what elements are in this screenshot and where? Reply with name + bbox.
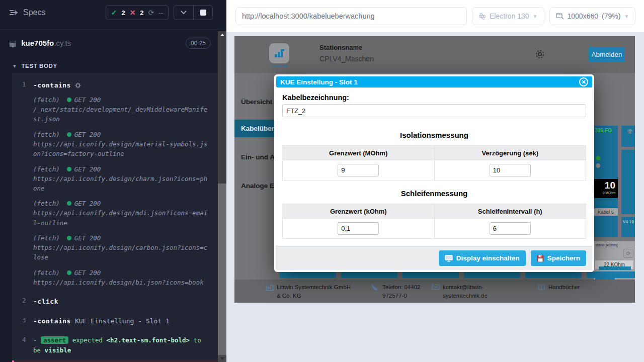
chevron-down-icon <box>181 11 187 15</box>
station-label: Stationsname <box>319 44 374 51</box>
command-name: -contains <box>33 317 71 325</box>
status-dot-icon <box>67 132 71 137</box>
assert-badge: assert <box>41 336 68 344</box>
sidebar-scrollbar[interactable] <box>218 31 226 362</box>
browser-chrome: Electron 130 ▼ 1000x660 (79%) ▼ <box>226 0 644 33</box>
close-icon: ✕ <box>581 79 586 85</box>
isolation-section-title: Isolationsmessung <box>282 131 586 139</box>
spec-name: kue705fo <box>21 39 54 47</box>
card-settings-button[interactable] <box>621 126 635 147</box>
close-button[interactable]: ✕ <box>579 77 588 86</box>
fetch-url: https://api.iconify.design/material-symb… <box>33 139 208 159</box>
device-card: 705-FO 10 0 MOhm Kabel 5 V4.19 <box>594 126 635 283</box>
refresh-button[interactable]: ⟳ <box>623 249 633 258</box>
browser-name: Electron 130 <box>490 12 529 20</box>
floppy-disk-icon <box>537 255 544 262</box>
scroll-up-button[interactable] <box>218 31 226 38</box>
station-info: Stationsname CPLV4_Maschen <box>319 44 374 63</box>
fetch-url: https://api.iconify.design/carbon.json?i… <box>33 243 208 262</box>
loop-limit-input[interactable] <box>338 222 379 235</box>
spec-extension: .cy.ts <box>54 39 71 47</box>
assert-text: visible <box>45 346 71 354</box>
fetch-url: https://api.iconify.design/bi.json?icons… <box>33 278 208 287</box>
book-icon <box>537 283 545 293</box>
monitor-icon <box>445 255 453 262</box>
specs-menu-icon <box>9 9 18 16</box>
led-green-icon <box>596 156 600 160</box>
chevron-down-icon: ▼ <box>533 14 538 19</box>
gear-icon <box>626 128 633 135</box>
command-number: 4 <box>12 335 33 355</box>
isolation-table: Grenzwert (MOhm) Verzögerung (sek) <box>282 145 586 180</box>
arrow-down-icon <box>220 357 224 360</box>
cypress-sidebar: Specs ✓ 2 ✕ 2 ⟳ -- ▤ kue7 <box>0 0 226 362</box>
fetch-log-entry[interactable]: (fetch)GET 200 https://api.iconify.desig… <box>33 165 213 194</box>
runner-header: Specs ✓ 2 ✕ 2 ⟳ -- <box>0 0 218 25</box>
led-gray-icon <box>596 163 600 168</box>
scroll-down-button[interactable] <box>218 355 226 362</box>
modal-title: KUE Einstellung - Slot 1 <box>280 78 358 86</box>
viewport-size-select[interactable]: 1000x660 (79%) ▼ <box>549 7 636 25</box>
command-number: 2 <box>12 296 33 306</box>
chevron-down-icon: ▼ <box>12 63 18 69</box>
specs-label: Specs <box>23 8 45 17</box>
footer-company: Littwin Systemtechnik GmbH & Co. KG <box>277 283 355 300</box>
footer-manuals[interactable]: Handbücher <box>548 283 580 293</box>
cable-name-label: Kabelbezeichnung: <box>282 94 586 102</box>
isolation-delay-input[interactable] <box>490 164 531 176</box>
passed-icon: ✓ <box>111 9 117 17</box>
app-stage: Stationsname CPLV4_Maschen Abmelden LITT… <box>226 33 644 362</box>
display-on-button[interactable]: Display einschalten <box>439 250 526 266</box>
gear-icon <box>534 48 546 60</box>
display-value: 10 <box>596 180 615 191</box>
footer-phone: Telefon: 04402 972577-0 <box>382 283 427 300</box>
loop-table: Grenzwert (kOhm) Schleifenintervall (h) <box>282 204 586 239</box>
fetch-log-entry[interactable]: (fetch)GET 200 https://api.iconify.desig… <box>33 269 213 287</box>
email-icon <box>432 283 440 300</box>
firmware-version: V4.19 <box>621 217 635 237</box>
cable-chip: Kabel 5 <box>594 208 618 216</box>
app-footer: Littwin Systemtechnik GmbH & Co. KG Tele… <box>234 280 635 303</box>
browser-select[interactable]: Electron 130 ▼ <box>472 7 544 25</box>
test-body-section[interactable]: ▼ TEST BODY <box>0 56 218 73</box>
specs-title[interactable]: Specs <box>9 8 45 17</box>
command-name: -click <box>33 298 58 305</box>
fetch-url: https://api.iconify.design/charm.json?ic… <box>33 174 208 194</box>
stop-button[interactable] <box>193 6 212 20</box>
factory-icon <box>266 283 274 300</box>
loop-col-interval: Schleifenintervall (h) <box>434 204 586 219</box>
logout-button[interactable]: Abmelden <box>589 47 625 62</box>
fetch-log-entry[interactable]: (fetch)GET 200 https://api.iconify.desig… <box>33 234 213 262</box>
kue-settings-modal: KUE Einstellung - Slot 1 ✕ Kabelbezeichn… <box>274 74 594 272</box>
device-label: 705-FO <box>594 126 618 136</box>
isolation-limit-input[interactable] <box>338 164 379 176</box>
passed-count: 2 <box>121 9 125 17</box>
scrollbar-thumb[interactable] <box>218 184 226 355</box>
status-dot-icon <box>67 236 71 240</box>
gear-icon <box>75 82 81 88</box>
command-row-contains[interactable]: 3 -containsKUE Einstellung - Slot 1 <box>12 312 218 326</box>
spec-row[interactable]: ▤ kue705fo.cy.ts 00:25 <box>0 30 218 56</box>
settings-button[interactable] <box>534 48 546 62</box>
runner-controls <box>174 5 213 20</box>
status-dot-icon <box>67 270 71 275</box>
collapse-button[interactable] <box>174 6 193 20</box>
fetch-log-entry[interactable]: (fetch)GET 200 https://api.iconify.desig… <box>33 200 213 228</box>
footer-email: kontakt@littwin-systemtechnik.de <box>443 283 512 300</box>
save-button[interactable]: Speichern <box>531 250 586 266</box>
command-row-click[interactable]: 2 -click <box>12 292 218 307</box>
loop-col-limit: Grenzwert (kOhm) <box>283 204 435 219</box>
cable-name-input[interactable] <box>282 104 586 117</box>
fetch-log-entry[interactable]: (fetch)GET 200 https://api.iconify.desig… <box>33 131 213 159</box>
command-row-contains[interactable]: 1 -contains (fetch)GET 200 /_next/static… <box>12 76 218 288</box>
assert-text: expected <box>72 336 103 344</box>
url-input[interactable] <box>235 7 467 25</box>
fetch-log-entry[interactable]: (fetch)GET 200 /_next/static/development… <box>33 96 213 124</box>
fetch-url: /_next/static/development/_devMiddleware… <box>33 105 208 124</box>
command-row-assert[interactable]: 4 - assert expected <h2.text-sm.font-bol… <box>12 331 218 356</box>
device-display: 10 0 MOhm <box>594 179 618 198</box>
chevron-down-icon: ▼ <box>624 14 629 19</box>
modal-body: Kabelbezeichnung: Isolationsmessung Gren… <box>276 87 592 239</box>
loop-interval-input[interactable] <box>490 222 531 235</box>
test-body-label: TEST BODY <box>22 63 57 69</box>
